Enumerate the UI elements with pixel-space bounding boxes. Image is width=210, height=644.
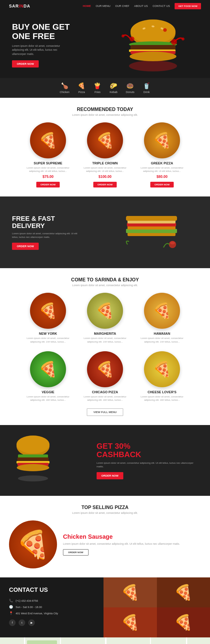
cheese-image: 🍕 <box>144 351 180 387</box>
recommended-title: RECOMMENDED TODAY <box>9 107 201 112</box>
margherita-image: 🍕 <box>87 293 123 329</box>
recommended-section: RECOMMENDED TODAY Lorem ipsum dolor sit … <box>0 98 210 196</box>
delivery-food-image <box>105 205 198 259</box>
category-donuts[interactable]: 🍩 Donuts <box>126 82 135 94</box>
super-supreme-price: $75.00 <box>22 175 74 179</box>
recommended-cards: 🍕 SUPER SUPREME Lorem ipsum dolor sit am… <box>9 122 201 187</box>
nav-logo: SARINDA <box>9 3 30 9</box>
facebook-button[interactable]: f <box>9 619 16 626</box>
enjoy-grid: 🍕 NEW YORK Lorem ipsum dolor sit amet, c… <box>9 293 201 403</box>
super-supreme-name: SUPER SUPREME <box>22 161 74 165</box>
food-card-triple-crown: 🍕 TRIPLE CROWN Lorem ipsum dolor sit ame… <box>80 122 130 187</box>
hero-burger-image <box>102 12 204 78</box>
svg-rect-28 <box>17 457 49 462</box>
social-links: f t ▶ <box>9 619 94 626</box>
triple-crown-name: TRIPLE CROWN <box>80 161 130 165</box>
hawaiian-desc: Lorem ipsum dolor sit amet, consectetur … <box>136 337 188 343</box>
recommended-subtitle: Lorem ipsum dolor sit amet, consectetur … <box>9 113 201 116</box>
margherita-desc: Lorem ipsum dolor sit amet, consectetur … <box>80 337 130 343</box>
food-card-greek-pizza: 🍕 GREEK PIZZA Lorem ipsum dolor sit amet… <box>136 122 188 187</box>
food-card-super-supreme: 🍕 SUPER SUPREME Lorem ipsum dolor sit am… <box>22 122 74 187</box>
category-kebab[interactable]: 🌮 Kebab <box>110 82 117 94</box>
category-pizza[interactable]: 🍕 Pizza <box>78 82 85 94</box>
veggie-name: VEGGIE <box>22 390 74 394</box>
enjoy-section: COME TO SARINDA & ENJOY Lorem ipsum dolo… <box>0 268 210 425</box>
contact-section: CONTACT US 📞 (+1) 432-434-8756 🕐 Sun - S… <box>0 577 210 637</box>
svg-rect-37 <box>24 637 25 644</box>
svg-rect-41 <box>186 637 187 644</box>
triple-crown-image: 🍕 <box>87 122 123 158</box>
margherita-name: MARGHERITA <box>80 332 130 335</box>
greek-pizza-name: GREEK PIZZA <box>136 161 188 165</box>
veggie-image: 🍕 <box>30 351 66 387</box>
category-chicken-label: Chicken <box>60 91 70 94</box>
nav-contact[interactable]: Contact Us <box>153 4 170 7</box>
svg-rect-40 <box>150 637 151 644</box>
nav-cta-button[interactable]: Get Food Now <box>175 3 201 9</box>
cashback-order-button[interactable]: ORDER NOW <box>97 472 123 479</box>
cashback-title: GET 30% CASHBACK <box>97 442 198 459</box>
contact-phone: (+1) 432-434-8756 <box>16 599 38 602</box>
triple-crown-desc: Lorem ipsum dolor sit amet, consectetur … <box>80 166 130 173</box>
triple-crown-order-button[interactable]: ORDER NOW <box>93 182 117 187</box>
navbar: SARINDA Home Our Menu Our Chef About Us … <box>0 0 210 12</box>
svg-rect-39 <box>105 637 106 644</box>
svg-point-14 <box>122 34 124 37</box>
category-chicken[interactable]: 🍗 Chicken <box>60 82 70 94</box>
top-selling-pizza-image: 🍕 <box>9 520 57 568</box>
phone-icon: 📞 <box>9 599 13 603</box>
chicago-image: 🍕 <box>87 351 123 387</box>
svg-point-31 <box>17 464 49 471</box>
enjoy-title: COME TO SARINDA & ENJOY <box>9 277 201 283</box>
svg-rect-17 <box>126 229 177 233</box>
super-supreme-desc: Lorem ipsum dolor sit amet, consectetur … <box>22 166 74 173</box>
greek-pizza-desc: Lorem ipsum dolor sit amet, consectetur … <box>136 166 188 173</box>
fries-icon: 🍟 <box>94 82 101 89</box>
top-selling-item-name: Chicken Sausage <box>63 533 201 540</box>
newyork-name: NEW YORK <box>22 332 74 335</box>
cashback-content: GET 30% CASHBACK Lorem ipsum dolor sit a… <box>97 442 198 479</box>
triple-crown-price: $100.00 <box>80 175 130 179</box>
nav-home[interactable]: Home <box>83 4 91 7</box>
super-supreme-image: 🍕 <box>30 122 66 158</box>
contact-phone-row: 📞 (+1) 432-434-8756 <box>9 599 94 603</box>
enjoy-cheese-card: 🍕 CHEESE LOVER'S Lorem ipsum dolor sit a… <box>136 351 188 403</box>
delivery-order-button[interactable]: ORDER NOW <box>12 243 39 250</box>
svg-point-0 <box>129 61 177 71</box>
top-selling-order-button[interactable]: ORDER NOW <box>63 549 88 556</box>
category-fries[interactable]: 🍟 Fries <box>94 82 101 94</box>
contact-food-gallery: 🍕 🍕 🍕 🍕 <box>104 577 210 637</box>
nav-chef[interactable]: Our Chef <box>115 4 129 7</box>
enjoy-hawaiian-card: 🍕 HAWAIIAN Lorem ipsum dolor sit amet, c… <box>136 293 188 345</box>
top-selling-section: TOP SELLING PIZZA Lorem ipsum dolor sit … <box>0 496 210 577</box>
view-full-menu-button[interactable]: VIEW FULL MENU <box>87 408 123 416</box>
top-selling-row: 🍕 Chicken Sausage Lorem ipsum dolor sit … <box>9 520 201 568</box>
top-selling-info: Chicken Sausage Lorem ipsum dolor sit am… <box>63 533 201 556</box>
enjoy-chicago-card: 🍕 CHICAGO PIZZA Lorem ipsum dolor sit am… <box>80 351 130 403</box>
donuts-icon: 🍩 <box>126 82 134 89</box>
location-icon: 📍 <box>9 611 13 615</box>
hero-order-button[interactable]: ORDER NOW <box>12 60 39 67</box>
svg-point-15 <box>182 37 184 40</box>
greek-pizza-image: 🍕 <box>144 122 180 158</box>
svg-point-10 <box>130 52 176 61</box>
top-selling-subtitle: Lorem ipsum dolor sit amet, consectetur … <box>9 511 201 514</box>
nav-about[interactable]: About Us <box>134 4 148 7</box>
category-drink[interactable]: 🥤 Drink <box>143 82 150 94</box>
pizza-icon: 🍕 <box>78 82 85 89</box>
veggie-desc: Lorem ipsum dolor sit amet, consectetur … <box>22 395 74 402</box>
chicago-desc: Lorem ipsum dolor sit amet, consectetur … <box>80 395 130 402</box>
clock-icon: 🕐 <box>9 605 13 609</box>
super-supreme-order-button[interactable]: ORDER NOW <box>36 182 60 187</box>
enjoy-subtitle: Lorem ipsum dolor sit amet, consectetur … <box>9 284 201 287</box>
nav-menu[interactable]: Our Menu <box>96 4 110 7</box>
delivery-subtitle: Lorem ipsum dolor sit amet, consectetur … <box>12 232 78 239</box>
map-section: 📍 📍 📍 <box>0 637 210 644</box>
twitter-button[interactable]: t <box>19 619 25 626</box>
greek-pizza-order-button[interactable]: ORDER NOW <box>150 182 174 187</box>
youtube-button[interactable]: ▶ <box>28 619 35 626</box>
cashback-subtitle: Lorem ipsum dolor sit amet, consectetur … <box>97 461 198 469</box>
cashback-burger-image <box>12 434 97 487</box>
chicago-name: CHICAGO PIZZA <box>80 390 130 394</box>
svg-point-13 <box>163 28 167 32</box>
